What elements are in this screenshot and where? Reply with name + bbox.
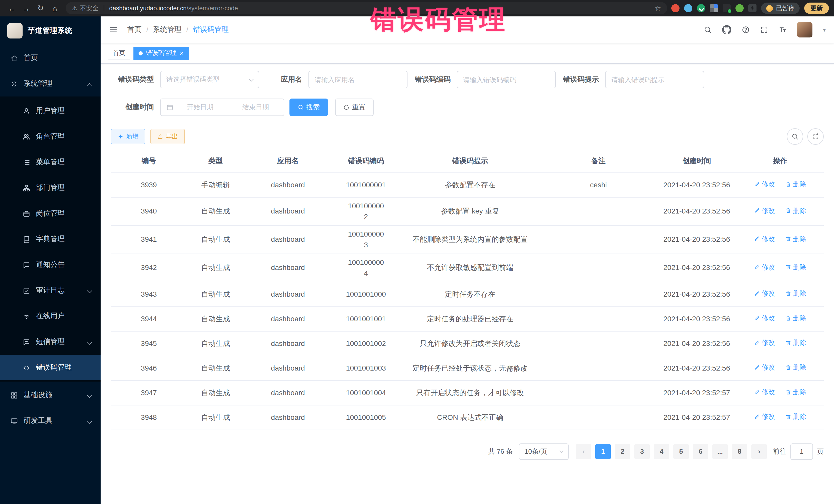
edit-link[interactable]: 修改 bbox=[754, 363, 775, 372]
export-button[interactable]: 导出 bbox=[150, 129, 185, 144]
cell-code: 1001001002 bbox=[332, 331, 400, 356]
page-size-select[interactable]: 10条/页 bbox=[519, 443, 569, 460]
button-label: 重置 bbox=[352, 103, 366, 112]
sidebar-item-errorcode[interactable]: 错误码管理 bbox=[0, 355, 101, 380]
edit-link[interactable]: 修改 bbox=[754, 234, 775, 244]
breadcrumb-separator: / bbox=[146, 26, 148, 34]
sidebar-item-system[interactable]: 系统管理 bbox=[0, 71, 101, 96]
page-button-4[interactable]: 4 bbox=[654, 444, 669, 459]
reset-button[interactable]: 重置 bbox=[335, 98, 374, 116]
page-button-5[interactable]: 5 bbox=[673, 444, 689, 459]
delete-link[interactable]: 删除 bbox=[785, 387, 806, 397]
sidebar-item-dict[interactable]: 字典管理 bbox=[0, 226, 101, 252]
sidebar-item-label: 在线用户 bbox=[36, 311, 65, 321]
delete-link[interactable]: 删除 bbox=[785, 234, 806, 244]
delete-link[interactable]: 删除 bbox=[785, 363, 806, 372]
sidebar-item-audit[interactable]: 审计日志 bbox=[0, 278, 101, 303]
date-range-separator: - bbox=[227, 104, 229, 111]
link-label: 修改 bbox=[762, 262, 775, 272]
edit-link[interactable]: 修改 bbox=[754, 338, 775, 348]
caret-down-icon[interactable]: ▾ bbox=[823, 26, 826, 33]
address-bar[interactable]: ⚠ 不安全 dashboard.yudao.iocoder.cn/system/… bbox=[66, 2, 667, 14]
edit-link[interactable]: 修改 bbox=[754, 262, 775, 272]
breadcrumb-system[interactable]: 系统管理 bbox=[153, 25, 182, 35]
prev-page-button[interactable]: ‹ bbox=[576, 444, 591, 459]
browser-update-button[interactable]: 更新 bbox=[804, 3, 829, 14]
sidebar-item-user[interactable]: 用户管理 bbox=[0, 98, 101, 124]
cell-remark bbox=[540, 405, 657, 430]
edit-link[interactable]: 修改 bbox=[754, 412, 775, 422]
error-code-input[interactable] bbox=[457, 71, 556, 88]
tab-errorcode[interactable]: 错误码管理 × bbox=[133, 46, 189, 60]
sidebar-toggle-button[interactable] bbox=[109, 25, 118, 35]
edit-link[interactable]: 修改 bbox=[754, 179, 775, 189]
edit-link[interactable]: 修改 bbox=[754, 288, 775, 299]
toggle-search-button[interactable] bbox=[787, 128, 803, 145]
breadcrumb-home[interactable]: 首页 bbox=[127, 25, 142, 35]
github-button[interactable] bbox=[722, 25, 731, 35]
extension-grid-icon[interactable] bbox=[710, 4, 718, 12]
sidebar-item-label: 菜单管理 bbox=[36, 158, 65, 167]
sidebar-item-menu[interactable]: 菜单管理 bbox=[0, 149, 101, 175]
extension-paused-badge[interactable]: 已暂停 bbox=[761, 3, 799, 14]
filter-label: 错误码提示 bbox=[556, 75, 605, 84]
font-size-button[interactable] bbox=[779, 26, 787, 34]
fullscreen-button[interactable] bbox=[760, 26, 769, 34]
delete-link[interactable]: 删除 bbox=[785, 179, 806, 189]
refresh-table-button[interactable] bbox=[807, 128, 824, 145]
browser-forward-button[interactable]: → bbox=[20, 2, 33, 15]
sidebar-item-post[interactable]: 岗位管理 bbox=[0, 201, 101, 226]
page-button-2[interactable]: 2 bbox=[615, 444, 630, 459]
help-button[interactable] bbox=[742, 26, 750, 34]
cell-ops: 修改 删除 bbox=[737, 306, 824, 331]
date-range-picker[interactable]: 开始日期 - 结束日期 bbox=[160, 98, 284, 116]
edit-link[interactable]: 修改 bbox=[754, 387, 775, 397]
page-button-3[interactable]: 3 bbox=[634, 444, 650, 459]
add-button[interactable]: 新增 bbox=[111, 129, 145, 144]
extension-green-check-icon[interactable] bbox=[697, 4, 705, 12]
delete-link[interactable]: 删除 bbox=[785, 288, 806, 299]
sidebar-item-notice[interactable]: 通知公告 bbox=[0, 252, 101, 278]
tab-home[interactable]: 首页 bbox=[108, 46, 130, 60]
extension-pin-icon[interactable] bbox=[748, 4, 756, 12]
app-name-input[interactable] bbox=[308, 71, 408, 88]
next-page-button[interactable]: › bbox=[751, 444, 767, 459]
browser-home-button[interactable]: ⌂ bbox=[48, 2, 62, 15]
sidebar-item-home[interactable]: 首页 bbox=[0, 45, 101, 71]
sidebar-item-devtool[interactable]: 研发工具 bbox=[0, 408, 101, 434]
extension-on-badge-icon[interactable] bbox=[723, 4, 731, 12]
error-hint-input[interactable] bbox=[605, 71, 704, 88]
page-button-6[interactable]: 6 bbox=[693, 444, 708, 459]
header-search-button[interactable] bbox=[704, 26, 712, 34]
page-button-8[interactable]: 8 bbox=[732, 444, 747, 459]
extension-leaf-icon[interactable] bbox=[736, 4, 744, 12]
browser-back-button[interactable]: ← bbox=[5, 2, 19, 15]
delete-link[interactable]: 删除 bbox=[785, 338, 806, 348]
extension-red-icon[interactable] bbox=[671, 4, 680, 12]
delete-link[interactable]: 删除 bbox=[785, 313, 806, 323]
user-avatar[interactable] bbox=[797, 22, 813, 38]
edit-link[interactable]: 修改 bbox=[754, 313, 775, 323]
close-icon[interactable]: × bbox=[180, 50, 183, 57]
error-type-select[interactable]: 请选择错误码类型 bbox=[160, 71, 259, 88]
goto-page-input[interactable] bbox=[790, 443, 813, 460]
security-chip[interactable]: ⚠ 不安全 bbox=[72, 4, 98, 13]
delete-link[interactable]: 删除 bbox=[785, 205, 806, 216]
sidebar-item-role[interactable]: 角色管理 bbox=[0, 124, 101, 149]
delete-link[interactable]: 删除 bbox=[785, 412, 806, 422]
sidebar-item-online[interactable]: 在线用户 bbox=[0, 303, 101, 329]
app-logo[interactable]: 芋道管理系统 bbox=[0, 17, 101, 45]
search-button[interactable]: 搜索 bbox=[289, 98, 328, 116]
edit-link[interactable]: 修改 bbox=[754, 205, 775, 216]
more-pages-button[interactable]: ... bbox=[712, 444, 728, 459]
link-label: 删除 bbox=[793, 338, 806, 348]
page-button-1[interactable]: 1 bbox=[595, 444, 611, 459]
browser-reload-button[interactable]: ↻ bbox=[34, 2, 47, 15]
sidebar-item-infra[interactable]: 基础设施 bbox=[0, 382, 101, 408]
sidebar-item-sms[interactable]: 短信管理 bbox=[0, 329, 101, 355]
delete-link[interactable]: 删除 bbox=[785, 262, 806, 272]
sidebar-item-dept[interactable]: 部门管理 bbox=[0, 175, 101, 201]
extension-blue-icon[interactable] bbox=[684, 4, 692, 12]
bookmark-star-icon[interactable]: ☆ bbox=[655, 4, 661, 12]
sidebar-item-label: 首页 bbox=[24, 53, 38, 63]
